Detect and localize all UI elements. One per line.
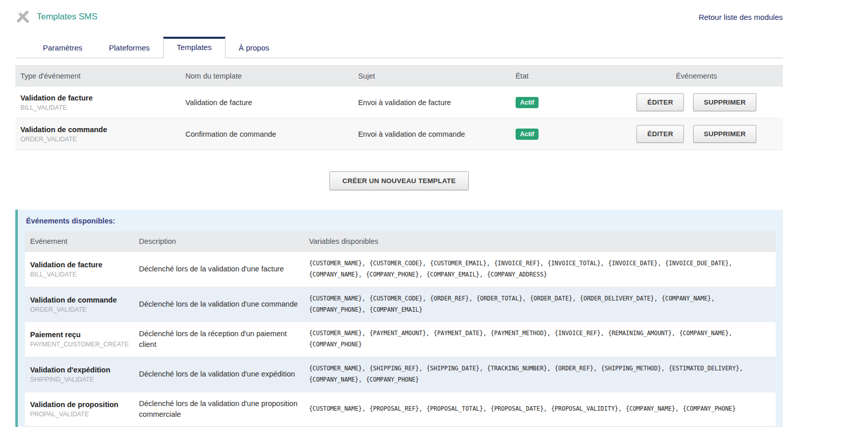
events-table-header-row: Evénement Description Variables disponib… [25,231,776,252]
event-variables: {CUSTOMER_NAME}, {CUSTOMER_CODE}, {CUSTO… [304,252,776,287]
available-events-section: Événements disponibles: Evénement Descri… [15,210,783,427]
event-row: Validation de commande ORDER_VALIDATE Dé… [25,287,776,322]
page-content: Templates SMS Retour liste des modules P… [15,0,783,427]
page-header: Templates SMS Retour liste des modules [15,0,783,24]
event-code: PAYMENT_CUSTOMER_CREATE [30,341,129,348]
event-type-label: Validation de facture [20,94,175,102]
status-badge: Actif [516,129,539,140]
create-button-container: CRÉER UN NOUVEAU TEMPLATE [15,171,783,190]
templates-table: Type d'événement Nom du template Sujet É… [15,65,783,150]
event-code: ORDER_VALIDATE [30,306,129,313]
template-subject: Envoi à validation de commande [353,118,510,150]
event-row: Validation de proposition PROPAL_VALIDAT… [25,392,776,426]
column-header-event-type: Type d'événement [15,66,181,87]
template-name: Confirmation de commande [181,118,353,150]
page-title: Templates SMS [37,12,97,22]
event-description: Déclenché lors de la validation d'une ex… [134,357,304,392]
tab-bar: Paramètres Plateformes Templates À propo… [15,37,783,58]
event-variables: {CUSTOMER_NAME}, {PROPOSAL_REF}, {PROPOS… [304,392,776,426]
event-label: Validation de facture [30,261,129,269]
column-header-variables: Variables disponibles [304,231,776,252]
events-table: Evénement Description Variables disponib… [25,231,776,427]
table-row: Validation de facture BILL_VALIDATE Vali… [15,87,783,118]
event-type-label: Validation de commande [20,125,175,134]
delete-button[interactable]: SUPPRIMER [693,125,756,143]
table-row: Validation de commande ORDER_VALIDATE Co… [15,118,783,150]
edit-button[interactable]: ÉDITER [636,125,684,143]
status-badge: Actif [516,97,539,108]
event-row: Validation de facture BILL_VALIDATE Décl… [25,252,776,287]
tools-icon [15,9,31,24]
event-code: BILL_VALIDATE [30,271,129,278]
event-code: PROPAL_VALIDATE [30,411,129,418]
event-variables: {CUSTOMER_NAME}, {SHIPPING_REF}, {SHIPPI… [304,357,776,392]
column-header-subject: Sujet [353,66,510,87]
event-row: Validation d'expédition SHIPPING_VALIDAT… [25,357,776,392]
event-label: Validation de commande [30,296,129,304]
template-name: Validation de facture [181,87,353,118]
tab-plateformes[interactable]: Plateformes [96,38,163,58]
event-label: Paiement reçu [30,331,129,339]
tab-templates[interactable]: Templates [163,37,225,58]
column-header-state: État [510,66,610,87]
tab-parametres[interactable]: Paramètres [30,38,96,58]
event-description: Déclenché lors de la réception d'un paie… [134,322,304,357]
event-variables: {CUSTOMER_NAME}, {CUSTOMER_CODE}, {ORDER… [304,287,776,322]
column-header-template-name: Nom du template [181,66,353,87]
create-template-button[interactable]: CRÉER UN NOUVEAU TEMPLATE [329,171,468,190]
available-events-title: Événements disponibles: [25,216,776,231]
event-variables: {CUSTOMER_NAME}, {PAYMENT_AMOUNT}, {PAYM… [304,322,776,357]
event-row: Paiement reçu PAYMENT_CUSTOMER_CREATE Dé… [25,322,776,357]
event-description: Déclenché lors de la validation d'une pr… [134,392,304,426]
tab-a-propos[interactable]: À propos [225,38,283,58]
templates-table-header-row: Type d'événement Nom du template Sujet É… [15,66,783,87]
event-label: Validation de proposition [30,400,129,409]
event-code: SHIPPING_VALIDATE [30,376,129,383]
event-type-code: BILL_VALIDATE [20,104,175,111]
edit-button[interactable]: ÉDITER [636,93,684,111]
event-description: Déclenché lors de la validation d'une co… [134,287,304,322]
event-label: Validation d'expédition [30,366,129,374]
event-type-code: ORDER_VALIDATE [20,136,175,143]
column-header-actions: Événements [610,66,783,87]
column-header-event: Evénement [25,231,134,252]
template-subject: Envoi à validation de facture [353,87,510,118]
back-to-modules-link[interactable]: Retour liste des modules [699,13,783,21]
delete-button[interactable]: SUPPRIMER [693,93,756,111]
column-header-description: Description [134,231,304,252]
event-description: Déclenché lors de la validation d'une fa… [134,252,304,287]
